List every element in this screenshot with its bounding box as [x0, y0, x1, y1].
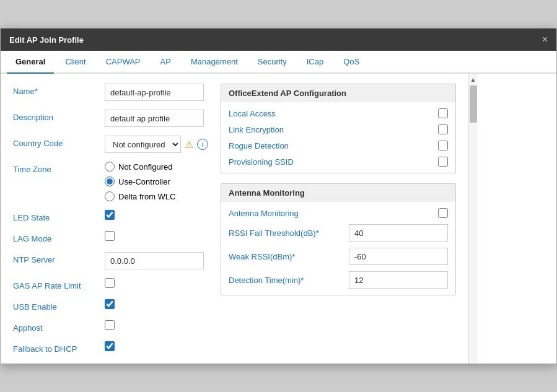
- time-zone-row: Time Zone Not Configured Use-Controller: [13, 162, 208, 201]
- content-area: Name* Description Country Code: [1, 74, 468, 364]
- usb-enable-value: [105, 299, 208, 309]
- radio-delta-from-wlc-label: Delta from WLC: [118, 192, 175, 201]
- antenna-monitoring-checkbox[interactable]: [438, 208, 448, 218]
- tab-capwap[interactable]: CAPWAP: [97, 51, 149, 74]
- radio-not-configured-label: Not Configured: [118, 162, 172, 172]
- ntp-server-label: NTP Server: [13, 252, 100, 264]
- weak-rssi-label: Weak RSSI(dBm)*: [229, 252, 295, 261]
- weak-rssi-input[interactable]: [349, 248, 448, 265]
- time-zone-use-controller: Use-Controller: [105, 176, 175, 186]
- antenna-monitoring-row: Antenna Monitoring: [229, 208, 448, 218]
- led-state-value: [105, 210, 208, 220]
- detection-time-row: Detection Time(min)*: [229, 271, 448, 289]
- ntp-server-input[interactable]: [105, 252, 204, 269]
- time-zone-radio-group: Not Configured Use-Controller Delta from…: [105, 162, 175, 201]
- time-zone-not-configured: Not Configured: [105, 162, 175, 172]
- country-code-select[interactable]: Not configured: [105, 136, 181, 153]
- antenna-body: Antenna Monitoring RSSI Fail Threshold(d…: [221, 202, 455, 295]
- officeextend-title: OfficeExtend AP Configuration: [221, 84, 455, 102]
- usb-enable-label: USB Enable: [13, 299, 100, 311]
- tab-client[interactable]: Client: [56, 51, 94, 74]
- scroll-thumb[interactable]: [470, 85, 477, 123]
- weak-rssi-row: Weak RSSI(dBm)*: [229, 248, 448, 265]
- provisioning-ssid-label: Provisioning SSID: [229, 157, 294, 167]
- country-code-label: Country Code: [13, 136, 100, 148]
- local-access-checkbox[interactable]: [438, 108, 448, 118]
- info-icon[interactable]: i: [197, 139, 208, 150]
- rogue-detection-row: Rogue Detection: [229, 141, 448, 150]
- usb-enable-row: USB Enable: [13, 299, 208, 311]
- ntp-server-row: NTP Server: [13, 252, 208, 269]
- officeextend-body: Local Access Link Encryption Rogue Detec…: [221, 102, 455, 173]
- detection-time-label: Detection Time(min)*: [229, 276, 304, 285]
- apphost-label: Apphost: [13, 320, 100, 333]
- tab-bar: General Client CAPWAP AP Management Secu…: [1, 51, 556, 74]
- time-zone-value-container: Not Configured Use-Controller Delta from…: [105, 162, 208, 201]
- gas-ap-rate-value: [105, 278, 208, 288]
- description-value-container: [105, 110, 208, 127]
- lag-mode-value: [105, 231, 208, 241]
- radio-use-controller[interactable]: [105, 176, 115, 186]
- apphost-checkbox[interactable]: [105, 320, 115, 330]
- led-state-label: LED State: [13, 210, 100, 222]
- name-label: Name*: [13, 84, 100, 96]
- tab-icap[interactable]: ICap: [298, 51, 332, 74]
- rssi-fail-label: RSSI Fail Threshold(dB)*: [229, 229, 319, 238]
- antenna-title: Antenna Monitoring: [221, 184, 455, 202]
- fallback-dhcp-label: Fallback to DHCP: [13, 341, 100, 354]
- description-input[interactable]: [105, 110, 204, 127]
- modal-title: Edit AP Join Profile: [9, 35, 84, 45]
- name-input[interactable]: [105, 84, 204, 101]
- gas-ap-rate-checkbox[interactable]: [105, 278, 115, 288]
- time-zone-label: Time Zone: [13, 162, 100, 174]
- tab-security[interactable]: Security: [249, 51, 296, 74]
- rssi-fail-row: RSSI Fail Threshold(dB)*: [229, 224, 448, 242]
- local-access-label: Local Access: [229, 109, 276, 118]
- description-row: Description: [13, 110, 208, 127]
- tab-qos[interactable]: QoS: [335, 51, 368, 74]
- local-access-row: Local Access: [229, 108, 448, 118]
- name-value-container: [105, 84, 208, 101]
- country-code-value-container: Not configured ⚠ i: [105, 136, 208, 153]
- antenna-section: Antenna Monitoring Antenna Monitoring RS…: [221, 183, 456, 295]
- tab-ap[interactable]: AP: [152, 51, 180, 74]
- close-button[interactable]: ×: [542, 35, 548, 45]
- modal-header: Edit AP Join Profile ×: [1, 28, 556, 51]
- tab-general[interactable]: General: [7, 51, 54, 74]
- fallback-dhcp-checkbox[interactable]: [105, 341, 115, 351]
- officeextend-section: OfficeExtend AP Configuration Local Acce…: [221, 84, 456, 173]
- radio-delta-from-wlc[interactable]: [105, 191, 115, 201]
- link-encryption-label: Link Encryption: [229, 125, 284, 134]
- apphost-row: Apphost: [13, 320, 208, 333]
- description-label: Description: [13, 110, 100, 122]
- country-code-row: Country Code Not configured ⚠ i: [13, 136, 208, 153]
- apphost-value: [105, 320, 208, 330]
- scroll-up-arrow[interactable]: ▲: [469, 75, 477, 84]
- gas-ap-rate-row: GAS AP Rate Limit: [13, 278, 208, 290]
- detection-time-input[interactable]: [349, 271, 448, 289]
- led-state-row: LED State: [13, 210, 208, 222]
- scrollbar[interactable]: ▲: [468, 74, 477, 364]
- left-panel: Name* Description Country Code: [13, 84, 208, 354]
- rogue-detection-label: Rogue Detection: [229, 141, 289, 150]
- link-encryption-row: Link Encryption: [229, 124, 448, 134]
- radio-not-configured[interactable]: [105, 162, 115, 172]
- link-encryption-checkbox[interactable]: [438, 124, 448, 134]
- fallback-dhcp-row: Fallback to DHCP: [13, 341, 208, 354]
- ntp-server-value-container: [105, 252, 208, 269]
- rogue-detection-checkbox[interactable]: [438, 141, 448, 150]
- antenna-monitoring-label: Antenna Monitoring: [229, 209, 299, 218]
- lag-mode-label: LAG Mode: [13, 231, 100, 243]
- fallback-dhcp-value: [105, 341, 208, 351]
- usb-enable-checkbox[interactable]: [105, 299, 115, 309]
- led-state-checkbox[interactable]: [105, 210, 115, 220]
- rssi-fail-input[interactable]: [349, 224, 448, 242]
- provisioning-ssid-checkbox[interactable]: [438, 157, 448, 167]
- time-zone-delta-from-wlc: Delta from WLC: [105, 191, 175, 201]
- gas-ap-rate-label: GAS AP Rate Limit: [13, 278, 100, 290]
- right-panel: OfficeExtend AP Configuration Local Acce…: [221, 84, 456, 354]
- lag-mode-checkbox[interactable]: [105, 231, 115, 241]
- name-row: Name*: [13, 84, 208, 101]
- tab-management[interactable]: Management: [182, 51, 247, 74]
- warning-icon: ⚠: [185, 139, 193, 150]
